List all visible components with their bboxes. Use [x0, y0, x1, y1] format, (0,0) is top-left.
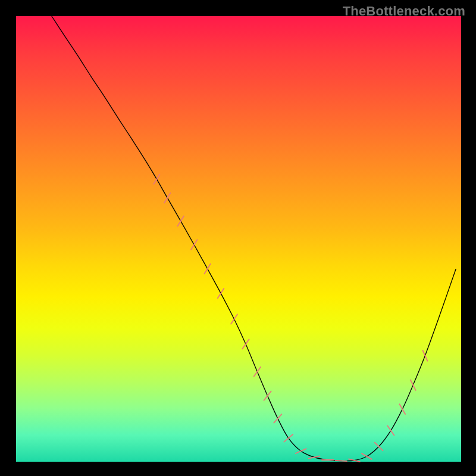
- curve-marker: [349, 459, 360, 462]
- curve-marker: [242, 339, 249, 349]
- bottleneck-curve: [52, 16, 456, 461]
- curve-marker: [335, 461, 346, 461]
- curve-marker: [254, 367, 261, 377]
- curve-markers: [154, 174, 427, 462]
- curve-marker: [191, 240, 197, 250]
- plot-area: [16, 16, 461, 462]
- curve-marker: [375, 443, 383, 451]
- curve-marker: [231, 314, 237, 324]
- curve-marker: [274, 414, 281, 422]
- curve-marker: [264, 391, 271, 400]
- curve-marker: [284, 434, 293, 442]
- curve-marker: [296, 449, 306, 453]
- curve-marker: [218, 289, 224, 298]
- curve-marker: [154, 174, 159, 184]
- curve-marker: [309, 456, 320, 458]
- curve-marker: [164, 193, 170, 203]
- chart-stage: TheBottleneck.com: [0, 0, 476, 476]
- curve-svg: [16, 16, 461, 462]
- curve-marker: [178, 216, 184, 226]
- curve-marker: [387, 426, 394, 436]
- curve-marker: [411, 380, 416, 390]
- curve-marker: [422, 350, 427, 361]
- curve-marker: [362, 453, 372, 459]
- curve-marker: [204, 264, 210, 274]
- curve-marker: [399, 404, 405, 414]
- watermark-text: TheBottleneck.com: [343, 4, 465, 19]
